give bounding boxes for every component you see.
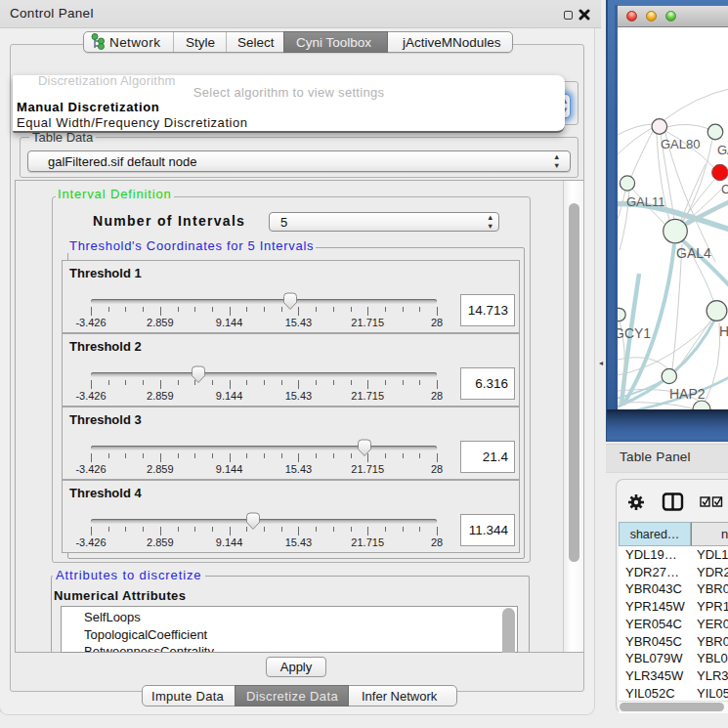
- svg-text:GA: GA: [717, 143, 728, 157]
- svg-text:C: C: [721, 182, 728, 196]
- svg-text:GAL11: GAL11: [626, 194, 665, 209]
- svg-text:GAL4: GAL4: [676, 245, 711, 261]
- svg-text:GCY1: GCY1: [618, 325, 651, 341]
- svg-text:GAL80: GAL80: [661, 137, 700, 151]
- svg-text:HAP2: HAP2: [669, 386, 706, 402]
- svg-text:H: H: [719, 323, 728, 339]
